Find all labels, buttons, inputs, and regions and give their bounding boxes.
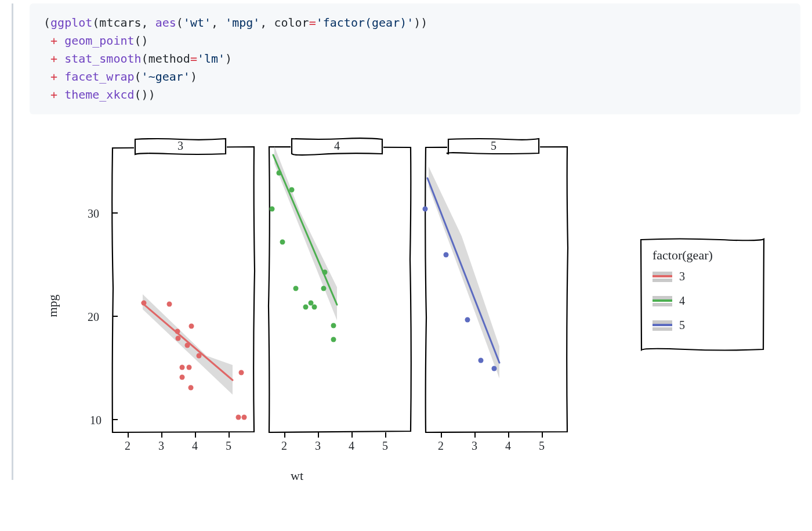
svg-point-11 bbox=[189, 324, 194, 329]
svg-point-13 bbox=[236, 415, 241, 420]
svg-point-33 bbox=[321, 286, 327, 291]
facet-strip: 3 bbox=[134, 138, 227, 155]
svg-point-12 bbox=[197, 353, 202, 359]
legend-item: 4 bbox=[652, 294, 685, 308]
svg-point-35 bbox=[331, 323, 336, 328]
faceted-scatter-plot: mpg wt 30 20 10 3 bbox=[53, 132, 691, 480]
y-axis-label: mpg bbox=[45, 294, 60, 317]
svg-point-26 bbox=[277, 171, 282, 176]
svg-point-34 bbox=[322, 270, 328, 275]
svg-point-32 bbox=[312, 305, 317, 310]
y-tick: 30 bbox=[88, 207, 99, 221]
svg-point-46 bbox=[478, 358, 484, 363]
x-tick: 4 bbox=[505, 439, 511, 453]
x-tick: 5 bbox=[382, 439, 388, 453]
svg-point-28 bbox=[289, 187, 295, 193]
svg-point-25 bbox=[270, 207, 275, 212]
x-tick: 3 bbox=[158, 439, 164, 453]
svg-point-7 bbox=[180, 365, 185, 370]
svg-point-3 bbox=[167, 302, 172, 307]
x-tick: 3 bbox=[472, 439, 477, 453]
svg-point-43 bbox=[423, 207, 428, 212]
fit-line bbox=[427, 178, 499, 363]
x-tick: 4 bbox=[192, 439, 198, 453]
legend-item: 3 bbox=[652, 270, 685, 283]
svg-point-45 bbox=[465, 317, 470, 323]
svg-point-2 bbox=[142, 301, 147, 306]
points bbox=[423, 207, 497, 371]
legend: factor(gear) 3 4 5 bbox=[639, 236, 766, 352]
facet-panel-5: 5 2 3 4 5 bbox=[424, 143, 569, 434]
svg-line-24 bbox=[273, 155, 337, 305]
x-tick: 2 bbox=[438, 439, 444, 453]
svg-point-4 bbox=[175, 329, 180, 334]
svg-point-30 bbox=[303, 305, 309, 310]
svg-point-36 bbox=[331, 337, 336, 342]
y-tick: 10 bbox=[90, 414, 102, 427]
fit-line bbox=[273, 155, 337, 305]
code-block: (ggplot(mtcars, aes('wt', 'mpg', color='… bbox=[30, 3, 800, 114]
x-tick: 4 bbox=[349, 439, 354, 453]
facet-strip: 4 bbox=[291, 138, 383, 155]
x-axis-label: wt bbox=[291, 468, 303, 483]
svg-point-5 bbox=[176, 336, 181, 341]
x-tick: 2 bbox=[281, 439, 287, 453]
legend-swatch-icon bbox=[652, 320, 672, 331]
svg-point-8 bbox=[185, 343, 190, 348]
svg-point-14 bbox=[239, 370, 244, 375]
x-tick: 5 bbox=[539, 439, 545, 453]
svg-point-31 bbox=[309, 301, 314, 306]
legend-item: 5 bbox=[652, 319, 685, 332]
x-tick: 3 bbox=[315, 439, 321, 453]
svg-point-29 bbox=[293, 286, 299, 291]
facet-panel-3: 3 bbox=[111, 143, 256, 434]
y-tick: 20 bbox=[88, 310, 99, 324]
svg-point-10 bbox=[188, 385, 194, 391]
svg-point-6 bbox=[180, 375, 185, 380]
svg-line-42 bbox=[427, 178, 499, 363]
svg-point-27 bbox=[280, 240, 285, 245]
facet-panel-4: 4 2 3 bbox=[267, 143, 412, 434]
legend-swatch-icon bbox=[652, 272, 672, 282]
points bbox=[270, 171, 336, 342]
x-tick: 5 bbox=[226, 439, 231, 453]
facet-strip: 5 bbox=[447, 138, 540, 155]
svg-point-47 bbox=[492, 366, 497, 371]
svg-point-9 bbox=[187, 365, 192, 370]
x-tick: 2 bbox=[125, 439, 130, 453]
svg-point-15 bbox=[242, 415, 247, 420]
svg-point-44 bbox=[444, 252, 449, 258]
legend-title: factor(gear) bbox=[652, 248, 713, 263]
legend-swatch-icon bbox=[652, 296, 672, 306]
